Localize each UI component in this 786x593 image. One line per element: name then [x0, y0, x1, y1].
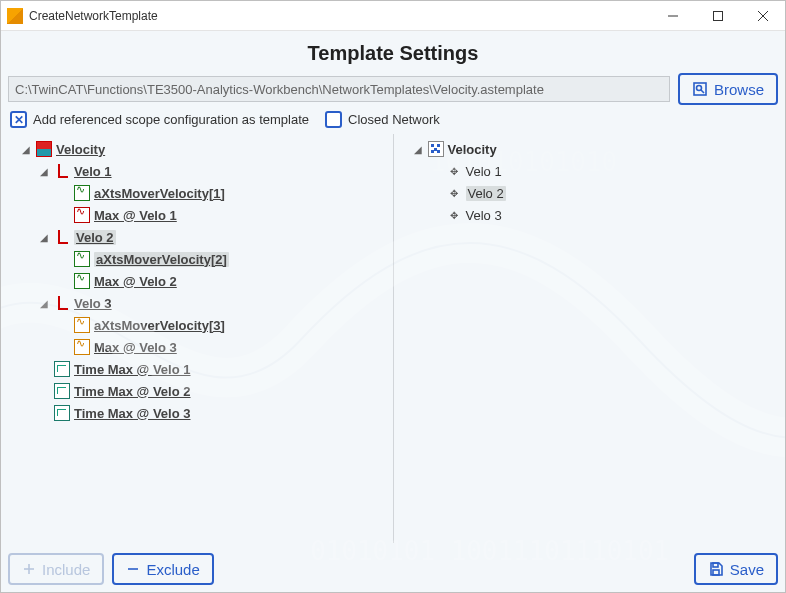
browse-icon: [692, 81, 708, 97]
tree-extra-label: Time Max @ Velo 1: [74, 362, 191, 377]
template-path-input[interactable]: [8, 76, 670, 102]
tree-root[interactable]: ◢ Velocity: [8, 138, 387, 160]
tree-signal-label: aXtsMoverVelocity[3]: [94, 318, 225, 333]
window-title: CreateNetworkTemplate: [29, 9, 650, 23]
options-row: ✕ Add referenced scope configuration as …: [8, 111, 778, 128]
browse-label: Browse: [714, 81, 764, 98]
tree-root[interactable]: ◢ Velocity: [400, 138, 779, 160]
tree-group[interactable]: ◢ Velo 3: [8, 292, 387, 314]
footer: Include Exclude Save: [8, 549, 778, 585]
close-button[interactable]: [740, 1, 785, 30]
client-area: 01010101 10011101110101 101010101010 Tem…: [1, 31, 785, 592]
maximize-icon: [713, 11, 723, 21]
expander-icon[interactable]: ◢: [38, 166, 50, 177]
closed-network-checkbox[interactable]: ✕: [325, 111, 342, 128]
path-row: Browse: [8, 73, 778, 105]
save-label: Save: [730, 561, 764, 578]
expander-icon[interactable]: ◢: [38, 232, 50, 243]
signal-icon: [74, 251, 90, 267]
tree-extra-label: Time Max @ Velo 3: [74, 406, 191, 421]
tree-extra[interactable]: Time Max @ Velo 1: [8, 358, 387, 380]
tree-signal[interactable]: aXtsMoverVelocity[2]: [8, 248, 387, 270]
minimize-button[interactable]: [650, 1, 695, 30]
svg-rect-6: [694, 83, 706, 95]
maximize-button[interactable]: [695, 1, 740, 30]
window-controls: [650, 1, 785, 30]
tree-signal[interactable]: aXtsMoverVelocity[1]: [8, 182, 387, 204]
pulse-icon: [54, 383, 70, 399]
tree-signal-label: Max @ Velo 1: [94, 208, 177, 223]
exclude-button[interactable]: Exclude: [112, 553, 213, 585]
svg-line-8: [701, 90, 704, 93]
tree-signal-label: aXtsMoverVelocity[1]: [94, 186, 225, 201]
signal-icon: [74, 207, 90, 223]
page-heading: Template Settings: [8, 38, 778, 67]
add-scope-label: Add referenced scope configuration as te…: [33, 112, 309, 127]
axis-icon: [54, 295, 70, 311]
save-button[interactable]: Save: [694, 553, 778, 585]
tree-signal[interactable]: aXtsMoverVelocity[3]: [8, 314, 387, 336]
chart-icon: [36, 141, 52, 157]
tree-item[interactable]: ✥Velo 3: [400, 204, 779, 226]
tree-item-label: Velo 2: [466, 186, 506, 201]
tree-signal[interactable]: Max @ Velo 3: [8, 336, 387, 358]
tree-group[interactable]: ◢ Velo 2: [8, 226, 387, 248]
tree-group-label: Velo 3: [74, 296, 112, 311]
svg-rect-12: [713, 563, 718, 567]
minus-icon: [126, 562, 140, 576]
axis-icon: [54, 229, 70, 245]
signal-icon: [74, 273, 90, 289]
tree-item[interactable]: ✥Velo 2: [400, 182, 779, 204]
footer-spacer: [222, 553, 686, 585]
move-icon: ✥: [446, 185, 462, 201]
signal-icon: [74, 185, 90, 201]
plus-icon: [22, 562, 36, 576]
browse-button[interactable]: Browse: [678, 73, 778, 105]
tree-signal-label: Max @ Velo 3: [94, 340, 177, 355]
network-tree[interactable]: ◢ Velocity ✥Velo 1 ✥Velo 2 ✥Velo 3: [393, 134, 779, 543]
move-icon: ✥: [446, 163, 462, 179]
expander-icon[interactable]: ◢: [20, 144, 32, 155]
include-label: Include: [42, 561, 90, 578]
close-icon: [758, 11, 768, 21]
tree-item-label: Velo 3: [466, 208, 502, 223]
tree-group-label: Velo 1: [74, 164, 112, 179]
tree-signal[interactable]: Max @ Velo 1: [8, 204, 387, 226]
pulse-icon: [54, 361, 70, 377]
tree-container: ◢ Velocity ◢ Velo 1 aXtsMoverVelocity[1]…: [8, 134, 778, 543]
app-window: CreateNetworkTemplate 01010101 100111011…: [0, 0, 786, 593]
tree-item-label: Velo 1: [466, 164, 502, 179]
tree-signal[interactable]: Max @ Velo 2: [8, 270, 387, 292]
exclude-label: Exclude: [146, 561, 199, 578]
add-scope-checkbox[interactable]: ✕: [10, 111, 27, 128]
app-icon: [7, 8, 23, 24]
svg-rect-1: [713, 11, 722, 20]
tree-signal-label: aXtsMoverVelocity[2]: [94, 252, 229, 267]
move-icon: ✥: [446, 207, 462, 223]
tree-group-label: Velo 2: [74, 230, 116, 245]
minimize-icon: [668, 11, 678, 21]
network-icon: [428, 141, 444, 157]
signal-icon: [74, 317, 90, 333]
tree-item[interactable]: ✥Velo 1: [400, 160, 779, 182]
expander-icon[interactable]: ◢: [38, 298, 50, 309]
title-bar: CreateNetworkTemplate: [1, 1, 785, 31]
tree-extra[interactable]: Time Max @ Velo 3: [8, 402, 387, 424]
include-button[interactable]: Include: [8, 553, 104, 585]
tree-signal-label: Max @ Velo 2: [94, 274, 177, 289]
axis-icon: [54, 163, 70, 179]
tree-extra-label: Time Max @ Velo 2: [74, 384, 191, 399]
scope-tree[interactable]: ◢ Velocity ◢ Velo 1 aXtsMoverVelocity[1]…: [8, 134, 387, 543]
closed-network-label: Closed Network: [348, 112, 440, 127]
svg-rect-13: [713, 570, 719, 575]
tree-root-label: Velocity: [56, 142, 105, 157]
save-icon: [708, 561, 724, 577]
svg-point-7: [696, 86, 701, 91]
tree-root-label: Velocity: [448, 142, 497, 157]
tree-extra[interactable]: Time Max @ Velo 2: [8, 380, 387, 402]
pulse-icon: [54, 405, 70, 421]
signal-icon: [74, 339, 90, 355]
expander-icon[interactable]: ◢: [412, 144, 424, 155]
tree-group[interactable]: ◢ Velo 1: [8, 160, 387, 182]
